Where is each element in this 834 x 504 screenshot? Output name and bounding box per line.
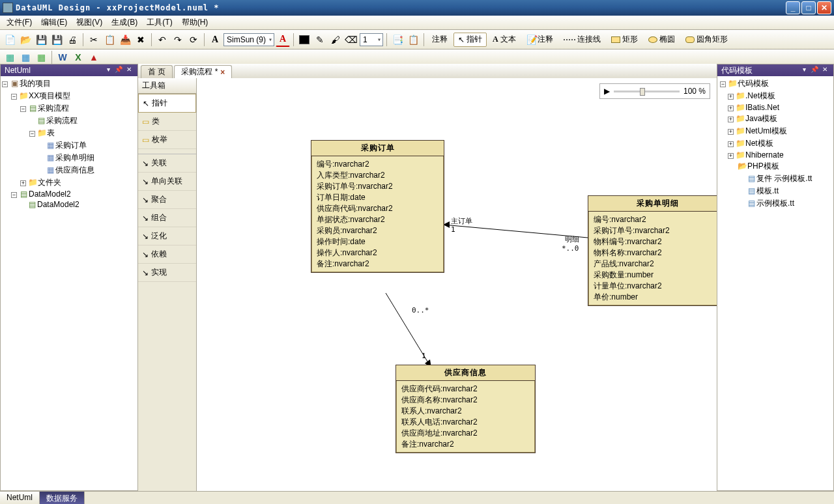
paste-format-icon[interactable]: 📋 [406,33,420,47]
tb2-b-icon[interactable]: ▦ [18,50,33,64]
mode-rect[interactable]: 矩形 [607,33,642,47]
menu-help[interactable]: 帮助(H) [178,16,212,29]
mode-note[interactable]: 📝注释 [522,33,558,47]
pencil-icon[interactable]: ✎ [313,33,327,47]
project-panel-title: NetUml ▾📌✕ [1,64,137,65]
tb2-pdf-icon[interactable]: ▲ [87,50,101,64]
close-button[interactable]: ✕ [817,1,831,14]
refresh-icon[interactable]: ⟳ [186,33,201,47]
window-title: DataUML Design - xxProjectModel.numl * [16,3,786,12]
paste-icon[interactable]: 📥 [118,33,132,47]
mode-roundrect[interactable]: 圆角矩形 [681,33,732,47]
save-icon[interactable]: 💾 [34,33,48,47]
brush-icon[interactable]: 🖌 [328,33,343,47]
mode-pointer[interactable]: ↖指针 [453,33,487,47]
minimize-button[interactable]: _ [786,1,800,14]
toolbar-secondary: ▦ ▦ ▦ W X ▲ [0,49,834,65]
maximize-button[interactable]: □ [801,1,816,14]
open-icon[interactable]: 📂 [18,33,33,47]
print-icon[interactable]: 🖨 [65,33,79,47]
title-bar: DataUML Design - xxProjectModel.numl * _… [0,0,834,16]
tb2-c-icon[interactable]: ▦ [34,50,48,64]
template-panel-title: 代码模板 ▾📌✕ [717,64,833,65]
delete-icon[interactable]: ✖ [134,33,148,47]
new-file-icon[interactable]: 📄 [3,33,17,47]
mode-text[interactable]: A文本 [488,33,521,47]
menu-edit[interactable]: 编辑(E) [37,16,71,29]
undo-icon[interactable]: ↶ [155,33,169,47]
redo-icon[interactable]: ↷ [171,33,185,47]
eraser-icon[interactable]: ⌫ [344,33,358,47]
menu-view[interactable]: 视图(V) [72,16,106,29]
mode-ellipse[interactable]: 椭圆 [644,33,680,47]
menu-file[interactable]: 文件(F) [3,16,36,29]
save-all-icon[interactable]: 💾 [50,33,64,47]
tab-bar: 首 页 采购流程 *× [138,64,717,65]
copy-format-icon[interactable]: 📑 [390,33,405,47]
font-color-icon[interactable]: A [276,33,290,47]
template-panel: 代码模板 ▾📌✕ −📁代码模板 +📁.Net模板+📁IBatis.Net+📁Ja… [717,64,834,65]
project-panel: NetUml ▾📌✕ −▣我的项目 −📁XX项目模型 −▤采购流程 ▤采购流程 … [0,64,138,65]
menu-bar: 文件(F) 编辑(E) 视图(V) 生成(B) 工具(T) 帮助(H) [0,16,834,30]
cut-icon[interactable]: ✂ [87,33,101,47]
line-width-combo[interactable]: 1 [360,33,383,46]
font-letter-icon[interactable]: A [208,33,222,47]
tb2-a-icon[interactable]: ▦ [3,50,17,64]
app-icon [3,3,13,13]
tb2-excel-icon[interactable]: X [71,50,85,64]
toolbar-main: 📄 📂 💾 💾 🖨 ✂ 📋 📥 ✖ ↶ ↷ ⟳ A SimSun (9) A ✎… [0,30,834,49]
center-area: 首 页 采购流程 *× 工具箱 ↖指针 ▭类 ▭枚举 ↘关联 ↘单向关联 ↘聚合… [138,64,717,65]
fill-color-icon[interactable] [297,33,311,47]
copy-icon[interactable]: 📋 [102,33,117,47]
mode-connector[interactable]: 连接线 [559,33,605,47]
tb2-word-icon[interactable]: W [55,50,70,64]
mode-comment[interactable]: 注释 [427,33,452,47]
font-combo[interactable]: SimSun (9) [223,33,274,46]
menu-tool[interactable]: 工具(T) [143,16,176,29]
menu-build[interactable]: 生成(B) [108,16,141,29]
main-area: NetUml ▾📌✕ −▣我的项目 −📁XX项目模型 −▤采购流程 ▤采购流程 … [0,64,834,65]
